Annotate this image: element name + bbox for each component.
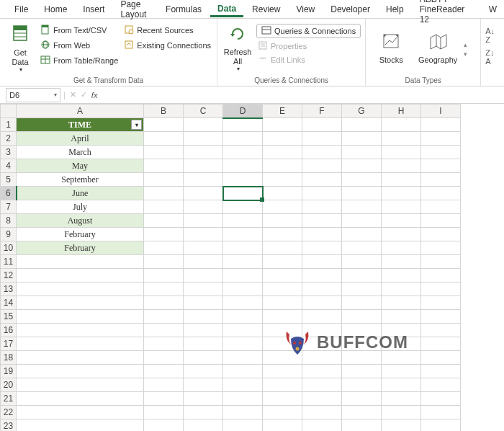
cell-F22[interactable]: [302, 406, 342, 419]
cell-D23[interactable]: [223, 419, 263, 432]
cell-C15[interactable]: [184, 310, 223, 324]
cell-A10[interactable]: February: [17, 241, 144, 255]
name-box[interactable]: D6 ▾: [6, 88, 60, 102]
cell-F20[interactable]: [302, 378, 342, 392]
cell-A20[interactable]: [17, 378, 144, 392]
cell-G23[interactable]: [342, 419, 382, 432]
cell-I9[interactable]: [421, 228, 461, 241]
cell-D22[interactable]: [223, 406, 263, 419]
tab-data[interactable]: Data: [210, 1, 243, 17]
cell-E16[interactable]: [263, 324, 302, 337]
sheet-table[interactable]: ABCDEFGHI1TIME▾2April3March4May5Septembe…: [0, 104, 461, 431]
cell-C21[interactable]: [184, 392, 223, 406]
cell-A8[interactable]: August: [17, 214, 144, 228]
row-header-3[interactable]: 3: [1, 146, 17, 159]
cell-H17[interactable]: [382, 337, 421, 351]
cell-I13[interactable]: [421, 283, 461, 296]
cell-C6[interactable]: [184, 187, 223, 200]
cell-B15[interactable]: [144, 310, 184, 324]
tab-file[interactable]: File: [7, 1, 35, 17]
col-header-B[interactable]: B: [144, 105, 184, 118]
cell-F5[interactable]: [302, 173, 342, 187]
cell-F3[interactable]: [302, 146, 342, 159]
fill-handle[interactable]: [260, 197, 264, 202]
recent-sources-button[interactable]: Recent Sources: [122, 24, 212, 37]
row-header-17[interactable]: 17: [1, 337, 17, 351]
cell-I3[interactable]: [421, 146, 461, 159]
tab-w[interactable]: W: [482, 1, 504, 17]
cell-B7[interactable]: [144, 200, 184, 214]
cell-D17[interactable]: [223, 337, 263, 351]
cell-B20[interactable]: [144, 378, 184, 392]
cell-H6[interactable]: [382, 187, 421, 200]
cell-B23[interactable]: [144, 419, 184, 432]
cell-E7[interactable]: [263, 200, 302, 214]
cell-G2[interactable]: [342, 132, 382, 146]
cell-D6[interactable]: [223, 187, 263, 200]
tab-developer[interactable]: Developer: [323, 1, 377, 17]
existing-connections-button[interactable]: Existing Connections: [122, 39, 212, 52]
col-header-F[interactable]: F: [302, 105, 342, 118]
cell-D21[interactable]: [223, 392, 263, 406]
formula-input[interactable]: [97, 88, 504, 102]
refresh-all-button[interactable]: Refresh All ▾: [222, 21, 253, 75]
cell-B2[interactable]: [144, 132, 184, 146]
cell-G22[interactable]: [342, 406, 382, 419]
geography-button[interactable]: Geography: [415, 30, 461, 66]
cell-I11[interactable]: [421, 255, 461, 269]
cell-D3[interactable]: [223, 146, 263, 159]
cell-H4[interactable]: [382, 159, 421, 173]
queries-connections-button[interactable]: Queries & Connections: [256, 24, 361, 38]
row-header-9[interactable]: 9: [1, 228, 17, 241]
cell-F17[interactable]: [302, 337, 342, 351]
cell-G1[interactable]: [342, 118, 382, 132]
cell-D7[interactable]: [223, 200, 263, 214]
cell-H20[interactable]: [382, 378, 421, 392]
row-header-23[interactable]: 23: [1, 419, 17, 432]
cell-I18[interactable]: [421, 351, 461, 365]
cell-C16[interactable]: [184, 324, 223, 337]
cell-C13[interactable]: [184, 283, 223, 296]
cell-F21[interactable]: [302, 392, 342, 406]
cell-B1[interactable]: [144, 118, 184, 132]
stocks-button[interactable]: Stocks: [370, 30, 412, 66]
tab-home[interactable]: Home: [37, 1, 74, 17]
cell-H19[interactable]: [382, 365, 421, 378]
cell-F6[interactable]: [302, 187, 342, 200]
row-header-16[interactable]: 16: [1, 324, 17, 337]
cell-D11[interactable]: [223, 255, 263, 269]
cell-C8[interactable]: [184, 214, 223, 228]
get-data-button[interactable]: Get Data ▾: [4, 21, 36, 75]
cell-I21[interactable]: [421, 392, 461, 406]
cell-I14[interactable]: [421, 296, 461, 310]
cell-I23[interactable]: [421, 419, 461, 432]
row-header-22[interactable]: 22: [1, 406, 17, 419]
cell-G4[interactable]: [342, 159, 382, 173]
cell-D1[interactable]: [223, 118, 263, 132]
cell-H8[interactable]: [382, 214, 421, 228]
cell-B3[interactable]: [144, 146, 184, 159]
cell-E17[interactable]: [263, 337, 302, 351]
cell-I1[interactable]: [421, 118, 461, 132]
cell-I5[interactable]: [421, 173, 461, 187]
cell-H1[interactable]: [382, 118, 421, 132]
cell-B17[interactable]: [144, 337, 184, 351]
row-header-6[interactable]: 6: [1, 187, 17, 200]
col-header-I[interactable]: I: [421, 105, 461, 118]
cell-F4[interactable]: [302, 159, 342, 173]
cell-F9[interactable]: [302, 228, 342, 241]
row-header-11[interactable]: 11: [1, 255, 17, 269]
from-table-range-button[interactable]: From Table/Range: [39, 54, 120, 67]
cell-B11[interactable]: [144, 255, 184, 269]
cell-A12[interactable]: [17, 269, 144, 283]
cell-C9[interactable]: [184, 228, 223, 241]
cell-C3[interactable]: [184, 146, 223, 159]
cell-C5[interactable]: [184, 173, 223, 187]
cell-E22[interactable]: [263, 406, 302, 419]
cell-G14[interactable]: [342, 296, 382, 310]
cell-B19[interactable]: [144, 365, 184, 378]
cell-H12[interactable]: [382, 269, 421, 283]
cell-A19[interactable]: [17, 365, 144, 378]
cell-G9[interactable]: [342, 228, 382, 241]
cell-A13[interactable]: [17, 283, 144, 296]
